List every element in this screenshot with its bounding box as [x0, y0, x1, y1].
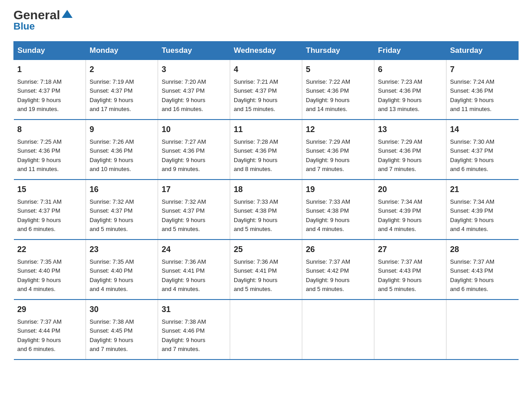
calendar-cell — [302, 300, 374, 360]
day-info: Sunrise: 7:28 AMSunset: 4:36 PMDaylight:… — [234, 138, 278, 172]
day-info: Sunrise: 7:32 AMSunset: 4:37 PMDaylight:… — [162, 198, 206, 232]
calendar-cell: 27Sunrise: 7:37 AMSunset: 4:43 PMDayligh… — [374, 240, 446, 300]
day-number: 24 — [162, 244, 226, 256]
day-number: 29 — [17, 304, 82, 316]
day-number: 26 — [306, 244, 370, 256]
calendar-cell: 11Sunrise: 7:28 AMSunset: 4:36 PMDayligh… — [230, 120, 302, 180]
logo-general: General — [13, 9, 60, 21]
day-number: 21 — [450, 184, 515, 196]
calendar-table: SundayMondayTuesdayWednesdayThursdayFrid… — [13, 41, 519, 360]
day-number: 10 — [162, 124, 226, 136]
header-monday: Monday — [86, 42, 158, 60]
day-number: 18 — [234, 184, 298, 196]
day-info: Sunrise: 7:27 AMSunset: 4:36 PMDaylight:… — [162, 138, 206, 172]
day-info: Sunrise: 7:29 AMSunset: 4:36 PMDaylight:… — [306, 138, 350, 172]
calendar-cell: 20Sunrise: 7:34 AMSunset: 4:39 PMDayligh… — [374, 180, 446, 240]
calendar-cell: 1Sunrise: 7:18 AMSunset: 4:37 PMDaylight… — [14, 60, 86, 120]
calendar-cell: 13Sunrise: 7:29 AMSunset: 4:36 PMDayligh… — [374, 120, 446, 180]
calendar-cell: 14Sunrise: 7:30 AMSunset: 4:37 PMDayligh… — [446, 120, 519, 180]
week-row-3: 15Sunrise: 7:31 AMSunset: 4:37 PMDayligh… — [14, 180, 519, 240]
calendar-cell: 2Sunrise: 7:19 AMSunset: 4:37 PMDaylight… — [86, 60, 158, 120]
calendar-cell: 6Sunrise: 7:23 AMSunset: 4:36 PMDaylight… — [374, 60, 446, 120]
day-number: 27 — [378, 244, 442, 256]
header-saturday: Saturday — [446, 42, 519, 60]
calendar-cell: 23Sunrise: 7:35 AMSunset: 4:40 PMDayligh… — [86, 240, 158, 300]
day-number: 25 — [234, 244, 298, 256]
calendar-cell: 22Sunrise: 7:35 AMSunset: 4:40 PMDayligh… — [14, 240, 86, 300]
logo-triangle-icon — [61, 8, 73, 21]
week-row-2: 8Sunrise: 7:25 AMSunset: 4:36 PMDaylight… — [14, 120, 519, 180]
calendar-cell: 30Sunrise: 7:38 AMSunset: 4:45 PMDayligh… — [86, 300, 158, 360]
day-number: 28 — [450, 244, 515, 256]
calendar-cell: 25Sunrise: 7:36 AMSunset: 4:41 PMDayligh… — [230, 240, 302, 300]
day-info: Sunrise: 7:37 AMSunset: 4:42 PMDaylight:… — [306, 258, 350, 292]
day-number: 17 — [162, 184, 226, 196]
calendar-cell: 4Sunrise: 7:21 AMSunset: 4:37 PMDaylight… — [230, 60, 302, 120]
calendar-cell: 10Sunrise: 7:27 AMSunset: 4:36 PMDayligh… — [158, 120, 230, 180]
calendar-cell: 12Sunrise: 7:29 AMSunset: 4:36 PMDayligh… — [302, 120, 374, 180]
day-number: 12 — [306, 124, 370, 136]
calendar-cell: 21Sunrise: 7:34 AMSunset: 4:39 PMDayligh… — [446, 180, 519, 240]
day-info: Sunrise: 7:34 AMSunset: 4:39 PMDaylight:… — [378, 198, 422, 232]
day-number: 7 — [450, 64, 515, 76]
day-info: Sunrise: 7:34 AMSunset: 4:39 PMDaylight:… — [450, 198, 494, 232]
day-number: 22 — [17, 244, 82, 256]
day-info: Sunrise: 7:29 AMSunset: 4:36 PMDaylight:… — [378, 138, 422, 172]
day-info: Sunrise: 7:24 AMSunset: 4:36 PMDaylight:… — [450, 78, 494, 112]
header-wednesday: Wednesday — [230, 42, 302, 60]
calendar-cell: 24Sunrise: 7:36 AMSunset: 4:41 PMDayligh… — [158, 240, 230, 300]
calendar-cell: 28Sunrise: 7:37 AMSunset: 4:43 PMDayligh… — [446, 240, 519, 300]
calendar-header-row: SundayMondayTuesdayWednesdayThursdayFrid… — [14, 42, 519, 60]
logo: General Blue — [13, 9, 73, 32]
day-number: 15 — [17, 184, 82, 196]
day-info: Sunrise: 7:30 AMSunset: 4:37 PMDaylight:… — [450, 138, 494, 172]
day-number: 30 — [90, 304, 154, 316]
calendar-cell: 3Sunrise: 7:20 AMSunset: 4:37 PMDaylight… — [158, 60, 230, 120]
page-header: General Blue — [13, 9, 519, 32]
day-info: Sunrise: 7:37 AMSunset: 4:43 PMDaylight:… — [450, 258, 494, 292]
day-info: Sunrise: 7:18 AMSunset: 4:37 PMDaylight:… — [17, 78, 62, 112]
week-row-1: 1Sunrise: 7:18 AMSunset: 4:37 PMDaylight… — [14, 60, 519, 120]
calendar-cell — [230, 300, 302, 360]
day-info: Sunrise: 7:20 AMSunset: 4:37 PMDaylight:… — [162, 78, 206, 112]
day-info: Sunrise: 7:32 AMSunset: 4:37 PMDaylight:… — [90, 198, 134, 232]
day-info: Sunrise: 7:22 AMSunset: 4:36 PMDaylight:… — [306, 78, 350, 112]
header-thursday: Thursday — [302, 42, 374, 60]
day-number: 14 — [450, 124, 515, 136]
day-number: 31 — [162, 304, 226, 316]
week-row-4: 22Sunrise: 7:35 AMSunset: 4:40 PMDayligh… — [14, 240, 519, 300]
day-number: 2 — [90, 64, 154, 76]
calendar-cell: 29Sunrise: 7:37 AMSunset: 4:44 PMDayligh… — [14, 300, 86, 360]
day-info: Sunrise: 7:25 AMSunset: 4:36 PMDaylight:… — [17, 138, 62, 172]
header-sunday: Sunday — [14, 42, 86, 60]
day-info: Sunrise: 7:37 AMSunset: 4:44 PMDaylight:… — [17, 318, 62, 352]
day-info: Sunrise: 7:36 AMSunset: 4:41 PMDaylight:… — [234, 258, 278, 292]
day-info: Sunrise: 7:19 AMSunset: 4:37 PMDaylight:… — [90, 78, 134, 112]
day-number: 1 — [17, 64, 82, 76]
header-friday: Friday — [374, 42, 446, 60]
day-number: 16 — [90, 184, 154, 196]
day-number: 8 — [17, 124, 82, 136]
day-info: Sunrise: 7:38 AMSunset: 4:45 PMDaylight:… — [90, 318, 134, 352]
header-tuesday: Tuesday — [158, 42, 230, 60]
day-info: Sunrise: 7:35 AMSunset: 4:40 PMDaylight:… — [17, 258, 62, 292]
calendar-cell: 31Sunrise: 7:38 AMSunset: 4:46 PMDayligh… — [158, 300, 230, 360]
day-number: 6 — [378, 64, 442, 76]
day-info: Sunrise: 7:33 AMSunset: 4:38 PMDaylight:… — [234, 198, 278, 232]
calendar-cell: 16Sunrise: 7:32 AMSunset: 4:37 PMDayligh… — [86, 180, 158, 240]
day-number: 4 — [234, 64, 298, 76]
day-info: Sunrise: 7:36 AMSunset: 4:41 PMDaylight:… — [162, 258, 206, 292]
day-info: Sunrise: 7:37 AMSunset: 4:43 PMDaylight:… — [378, 258, 422, 292]
day-number: 9 — [90, 124, 154, 136]
day-number: 5 — [306, 64, 370, 76]
day-info: Sunrise: 7:31 AMSunset: 4:37 PMDaylight:… — [17, 198, 62, 232]
calendar-cell: 8Sunrise: 7:25 AMSunset: 4:36 PMDaylight… — [14, 120, 86, 180]
day-number: 19 — [306, 184, 370, 196]
logo-blue: Blue — [13, 21, 35, 32]
day-info: Sunrise: 7:26 AMSunset: 4:36 PMDaylight:… — [90, 138, 134, 172]
week-row-5: 29Sunrise: 7:37 AMSunset: 4:44 PMDayligh… — [14, 300, 519, 360]
day-number: 23 — [90, 244, 154, 256]
day-number: 13 — [378, 124, 442, 136]
day-info: Sunrise: 7:23 AMSunset: 4:36 PMDaylight:… — [378, 78, 422, 112]
calendar-cell: 7Sunrise: 7:24 AMSunset: 4:36 PMDaylight… — [446, 60, 519, 120]
